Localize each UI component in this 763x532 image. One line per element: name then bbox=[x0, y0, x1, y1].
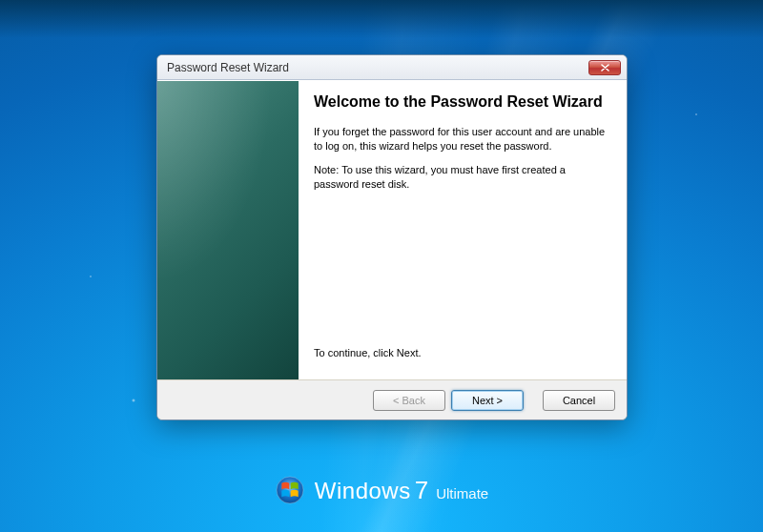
svg-point-0 bbox=[277, 477, 303, 503]
window-title: Password Reset Wizard bbox=[167, 61, 588, 74]
brand-version-number: 7 bbox=[415, 476, 428, 505]
brand-windows-word: Windows bbox=[315, 478, 411, 504]
content-spacer bbox=[314, 200, 609, 346]
close-button[interactable] bbox=[588, 60, 621, 75]
wizard-paragraph-2: Note: To use this wizard, you must have … bbox=[314, 163, 609, 192]
wizard-button-bar: < Back Next > Cancel bbox=[157, 379, 627, 419]
wizard-content: Welcome to the Password Reset Wizard If … bbox=[299, 81, 627, 379]
titlebar: Password Reset Wizard bbox=[157, 55, 627, 80]
wizard-heading: Welcome to the Password Reset Wizard bbox=[314, 92, 609, 112]
back-button[interactable]: < Back bbox=[373, 390, 445, 411]
brand-text: Windows 7 Ultimate bbox=[315, 476, 488, 505]
wizard-side-graphic bbox=[157, 81, 299, 379]
windows-flag-icon bbox=[275, 475, 305, 505]
wizard-paragraph-1: If you forget the password for this user… bbox=[314, 125, 609, 153]
wizard-body: Welcome to the Password Reset Wizard If … bbox=[157, 80, 627, 379]
brand-edition: Ultimate bbox=[436, 485, 488, 501]
wizard-window: Password Reset Wizard Welcome to the Pas… bbox=[156, 54, 628, 420]
cancel-button[interactable]: Cancel bbox=[543, 390, 615, 411]
wizard-continue-text: To continue, click Next. bbox=[314, 346, 609, 360]
next-button[interactable]: Next > bbox=[451, 390, 524, 411]
os-branding: Windows 7 Ultimate bbox=[0, 475, 763, 505]
desktop-top-vignette bbox=[0, 0, 763, 38]
close-icon bbox=[601, 64, 609, 72]
